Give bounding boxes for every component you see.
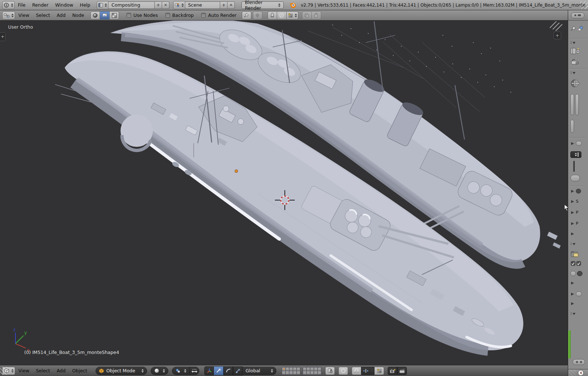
- snap-target-dropdown[interactable]: [287, 11, 298, 19]
- go-to-parent-button[interactable]: [253, 11, 262, 19]
- node-menu-select[interactable]: Select: [33, 12, 54, 18]
- browse-context-icon[interactable]: [578, 370, 584, 376]
- paste-nodes-button[interactable]: [312, 11, 321, 19]
- menu-window[interactable]: Window: [52, 2, 76, 8]
- scene-name-field[interactable]: Scene: [185, 1, 220, 9]
- compositing-nodes-toggle[interactable]: [100, 11, 110, 19]
- render-engine-select[interactable]: Blender Render: [241, 1, 283, 9]
- scale-manipulator-button[interactable]: [233, 366, 243, 375]
- resolution-sliders[interactable]: [570, 94, 579, 115]
- translate-manipulator-button[interactable]: [214, 366, 223, 375]
- panel-collapsed-row[interactable]: [570, 232, 575, 236]
- lock-to-scene-toggle[interactable]: [325, 367, 335, 375]
- panel-collapsed-performance[interactable]: P: [570, 210, 578, 215]
- texture-nodes-toggle[interactable]: [110, 11, 119, 19]
- snap-element-dropdown[interactable]: [361, 367, 374, 375]
- view3d-menu-view[interactable]: View: [15, 368, 33, 373]
- screen-layout-name-field[interactable]: Compositing: [108, 1, 155, 9]
- view3d-menu-add[interactable]: Add: [53, 368, 69, 373]
- backdrop-checkbox-row[interactable]: Backdrop: [165, 12, 194, 18]
- corner-resize-grip[interactable]: [569, 369, 576, 376]
- scroll-pill[interactable]: [573, 359, 585, 365]
- close-layout-button[interactable]: ✕: [162, 1, 169, 9]
- properties-pin-row[interactable]: [570, 26, 583, 32]
- panel-collapsed-row[interactable]: [570, 281, 575, 285]
- close-scene-button[interactable]: ✕: [227, 1, 235, 9]
- slider-vertical[interactable]: [570, 120, 574, 133]
- viewport-shading-select[interactable]: [151, 367, 168, 375]
- bake-check-row[interactable]: [570, 261, 581, 267]
- manipulator-axes-button[interactable]: [204, 366, 214, 375]
- frame-slider[interactable]: [570, 120, 574, 133]
- opengl-render-anim-button[interactable]: [397, 367, 407, 375]
- copy-nodes-button[interactable]: [302, 11, 312, 19]
- auto-render-checkbox-row[interactable]: Auto Render: [201, 12, 237, 18]
- properties-editor-type-button[interactable]: [571, 12, 584, 18]
- use-nodes-checkbox-row[interactable]: Use Nodes: [126, 12, 158, 18]
- rotate-manipulator-button[interactable]: [223, 366, 233, 375]
- panel-collapsed-postprocessing[interactable]: P: [570, 221, 578, 226]
- thin-slider[interactable]: [570, 161, 575, 172]
- editor-type-button-info[interactable]: [2, 1, 15, 9]
- node-menu-node[interactable]: Node: [69, 12, 87, 18]
- ghost-node-button[interactable]: [277, 11, 287, 19]
- sidebar-expand-button[interactable]: +: [553, 32, 561, 39]
- pivot-point-select[interactable]: [172, 367, 190, 375]
- auto-render-checkbox[interactable]: [201, 13, 206, 18]
- pin-toggle-button[interactable]: [242, 11, 251, 19]
- snap-toggle-button[interactable]: [352, 367, 361, 375]
- stepper-field[interactable]: [570, 151, 581, 158]
- corner-resize-grip[interactable]: [0, 367, 8, 375]
- pill-pair[interactable]: [570, 271, 582, 276]
- render-animation-row[interactable]: [570, 58, 579, 65]
- panel-button[interactable]: [576, 141, 582, 146]
- slider-vertical[interactable]: [575, 94, 579, 115]
- vertical-green-slider[interactable]: [568, 330, 571, 358]
- add-scene-button[interactable]: +: [220, 1, 227, 9]
- editor-type-button-node[interactable]: [2, 11, 15, 19]
- panel-button[interactable]: [576, 189, 581, 194]
- viewport-3d-scene[interactable]: x y z: [0, 21, 568, 365]
- snap-node-button[interactable]: [268, 11, 277, 19]
- use-nodes-checkbox[interactable]: [126, 13, 131, 18]
- screen-layout-icon-button[interactable]: [97, 1, 109, 9]
- mode-select[interactable]: Object Mode: [96, 367, 147, 375]
- add-layout-button[interactable]: +: [155, 1, 162, 9]
- value-stepper-dark[interactable]: [570, 151, 581, 158]
- panel-collapsed-shading[interactable]: S: [570, 199, 578, 204]
- node-menu-add[interactable]: Add: [53, 12, 69, 18]
- layer-cell-active[interactable]: [282, 367, 286, 371]
- dimensions-row[interactable]: [570, 79, 580, 88]
- view3d-menu-select[interactable]: Select: [33, 368, 54, 373]
- panel-collapsed-marker[interactable]: [570, 41, 576, 45]
- transform-orientation-select[interactable]: Global: [243, 367, 276, 375]
- oval-button[interactable]: [570, 175, 580, 181]
- panel-collapsed-row[interactable]: [570, 292, 582, 296]
- panel-collapsed-row[interactable]: [570, 141, 582, 146]
- viewport-3d[interactable]: x y z User Ortho (0) IM514_Life_Boat_3_5…: [0, 21, 568, 365]
- corner-resize-grip[interactable]: [580, 1, 588, 9]
- panel-button[interactable]: [577, 271, 582, 276]
- layer-grid-1[interactable]: [282, 367, 301, 375]
- toolshelf-expand-button[interactable]: +: [0, 32, 6, 41]
- render-button-row[interactable]: [570, 47, 580, 55]
- shader-nodes-toggle[interactable]: [90, 11, 100, 19]
- layer-grid-2[interactable]: [302, 367, 322, 375]
- view3d-menu-object[interactable]: Object: [69, 368, 90, 373]
- panel-collapsed-marker[interactable]: [570, 312, 576, 316]
- menu-file[interactable]: File: [15, 2, 29, 8]
- backdrop-checkbox[interactable]: [165, 13, 170, 18]
- slider-vertical[interactable]: [570, 94, 574, 115]
- panel-button[interactable]: [570, 271, 576, 276]
- menu-render[interactable]: Render: [29, 2, 52, 8]
- pivot-align-toggle[interactable]: [190, 367, 199, 375]
- panel-button[interactable]: [576, 292, 582, 296]
- snap-target-button[interactable]: [374, 367, 384, 375]
- panel-collapsed-row[interactable]: [570, 302, 575, 306]
- scene-icon-button[interactable]: [173, 1, 185, 9]
- output-folder-row[interactable]: [570, 250, 579, 258]
- panel-collapsed-row[interactable]: [570, 189, 581, 194]
- panel-collapsed-marker[interactable]: [570, 71, 576, 75]
- node-menu-view[interactable]: View: [15, 12, 33, 18]
- proportional-edit-dropdown[interactable]: [338, 367, 348, 375]
